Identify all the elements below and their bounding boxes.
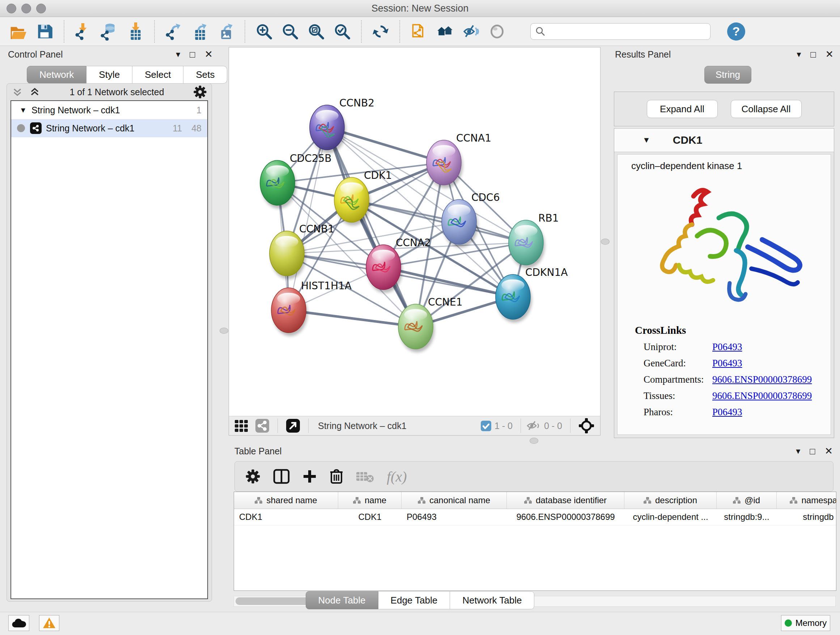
crosslink-row: Uniprot:P06493	[635, 341, 831, 353]
column-sort-icon	[418, 497, 426, 504]
network-node-CDC6[interactable]: CDC6	[442, 192, 500, 248]
crosslink-link[interactable]: 9606.ENSP00000378699	[712, 374, 812, 385]
collapse-all-chevron-icon[interactable]	[11, 86, 24, 98]
import-network-database-button[interactable]	[96, 21, 122, 42]
panel-menu-icon[interactable]: ▾	[797, 50, 801, 59]
search-input[interactable]	[549, 26, 706, 37]
open-session-button[interactable]	[6, 21, 32, 42]
panel-float-icon[interactable]: □	[810, 50, 816, 59]
tab-network-table[interactable]: Network Table	[450, 591, 534, 609]
tab-sets[interactable]: Sets	[183, 66, 227, 84]
right-splitter-handle-icon[interactable]	[601, 239, 609, 245]
detach-view-icon[interactable]	[286, 418, 300, 433]
left-splitter-handle-icon[interactable]	[219, 328, 228, 334]
export-image-button[interactable]	[213, 21, 239, 42]
column-sort-icon	[644, 497, 652, 504]
tab-edge-table[interactable]: Edge Table	[378, 591, 450, 609]
column-header-namespace[interactable]: namespace	[777, 492, 836, 509]
column-header-database-identifier[interactable]: database identifier	[507, 492, 624, 509]
home-neighborhood-button[interactable]	[432, 21, 458, 42]
crosslink-link[interactable]: P06493	[712, 341, 742, 353]
panel-close-icon[interactable]: ✕	[204, 50, 213, 59]
network-node-CCNB1[interactable]: CCNB1	[270, 223, 334, 279]
column-header-description[interactable]: description	[624, 492, 717, 509]
crosslink-link[interactable]: P06493	[712, 358, 742, 369]
network-node-HIST1H1A[interactable]: HIST1H1A	[271, 280, 352, 336]
network-graph[interactable]: CCNB2 CCNA1 CDC25B CDK1 CDC6	[229, 48, 600, 416]
collapse-all-button[interactable]: Collapse All	[731, 100, 802, 118]
tab-node-table[interactable]: Node Table	[306, 591, 378, 609]
tab-select[interactable]: Select	[133, 66, 183, 84]
column-sort-icon	[733, 497, 741, 504]
horizontal-splitter-handle-icon[interactable]	[530, 438, 538, 444]
export-network-button[interactable]	[161, 21, 187, 42]
birdseye-navigator-icon[interactable]	[578, 418, 594, 434]
column-header-name[interactable]: name	[338, 492, 401, 509]
network-node-RB1[interactable]: RB1	[508, 212, 559, 268]
save-session-button[interactable]	[32, 21, 58, 42]
selected-checkbox-icon[interactable]	[480, 420, 492, 432]
tab-style[interactable]: Style	[87, 66, 133, 84]
toolbar-group	[400, 20, 516, 43]
help-button[interactable]: ?	[726, 22, 746, 41]
hide-selected-eye-button[interactable]	[458, 21, 484, 42]
expand-all-chevron-icon[interactable]	[28, 86, 41, 98]
crosslink-link[interactable]: 9606.ENSP00000378699	[712, 390, 812, 402]
show-grid-icon[interactable]	[233, 418, 249, 434]
window-titlebar: Session: New Session	[0, 0, 840, 17]
crosslink-link[interactable]: P06493	[712, 407, 742, 418]
import-network-file-button[interactable]	[70, 21, 96, 42]
string-document-button[interactable]	[406, 21, 432, 42]
delete-column-trash-icon[interactable]	[330, 469, 343, 485]
add-column-icon[interactable]	[302, 469, 317, 484]
table-options-gear-icon[interactable]	[245, 469, 261, 485]
memory-button[interactable]: Memory	[781, 615, 830, 631]
toolbar-group	[0, 20, 65, 43]
panel-float-icon[interactable]: □	[189, 50, 195, 59]
export-table-button[interactable]	[187, 21, 213, 42]
gene-name: CDK1	[673, 134, 703, 146]
node-label-CCNB2: CCNB2	[339, 97, 374, 109]
network-row-selected[interactable]: String Network – cdk1 11 48	[11, 119, 207, 137]
column-label: shared name	[266, 495, 317, 505]
network-options-gear-icon[interactable]	[193, 85, 207, 99]
zoom-out-icon	[281, 22, 299, 41]
gene-header[interactable]: ▼ CDK1	[614, 128, 834, 152]
cloud-status-button[interactable]	[8, 615, 29, 631]
column-header-shared-name[interactable]: shared name	[234, 492, 338, 509]
collection-expander-icon[interactable]: ▼	[18, 106, 28, 114]
zoom-in-button[interactable]	[251, 21, 277, 42]
warnings-button[interactable]	[39, 615, 59, 631]
apply-layout-button[interactable]	[368, 21, 393, 42]
zoom-out-button[interactable]	[277, 21, 303, 42]
show-columns-icon[interactable]	[273, 469, 290, 484]
panel-float-icon[interactable]: □	[810, 447, 815, 456]
tab-network[interactable]: Network	[27, 66, 87, 84]
zoom-fit-button[interactable]	[303, 21, 329, 42]
network-node-CCNA1[interactable]: CCNA1	[426, 132, 491, 188]
column-header-canonical-name[interactable]: canonical name	[401, 492, 507, 509]
gene-expander-icon[interactable]: ▼	[643, 135, 651, 145]
network-node-CDKN1A[interactable]: CDKN1A	[496, 266, 568, 323]
node-label-CCNA2: CCNA2	[396, 237, 431, 249]
zoom-selected-button[interactable]	[329, 21, 355, 42]
column-sort-icon	[353, 497, 361, 504]
network-node-CCNB2[interactable]: CCNB2	[309, 97, 374, 153]
search-box[interactable]	[531, 23, 711, 40]
import-table-button[interactable]	[122, 21, 148, 42]
panel-menu-icon[interactable]: ▾	[796, 447, 800, 455]
tab-string[interactable]: String	[704, 66, 752, 84]
network-collection-row[interactable]: ▼ String Network – cdk1 1	[11, 101, 207, 119]
column-header-@id[interactable]: @id	[717, 492, 777, 509]
panel-close-icon[interactable]: ✕	[825, 50, 834, 59]
zoom-fit-icon	[307, 22, 325, 41]
panel-close-icon[interactable]: ✕	[824, 447, 833, 456]
export-image-icon	[217, 22, 235, 41]
show-all-eye-button[interactable]	[484, 21, 510, 42]
network-node-CCNE1[interactable]: CCNE1	[398, 296, 463, 352]
expand-all-button[interactable]: Expand All	[647, 100, 718, 118]
table-row[interactable]: CDK1CDK1P064939606.ENSP00000378699cyclin…	[234, 509, 836, 525]
panel-menu-icon[interactable]: ▾	[176, 50, 180, 59]
network-selected-status: 1 of 1 Network selected	[41, 87, 193, 97]
network-share-view-icon[interactable]	[255, 418, 270, 433]
